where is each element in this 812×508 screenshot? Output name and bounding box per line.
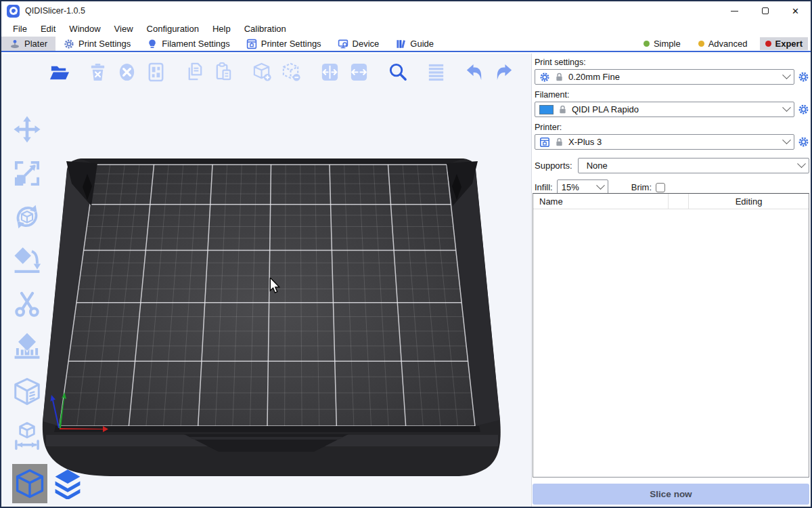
arrange-button[interactable] xyxy=(144,59,167,85)
copy-icon xyxy=(184,62,205,83)
brim-checkbox[interactable] xyxy=(656,183,665,192)
edit-printer-button[interactable] xyxy=(798,136,809,148)
printer-label: Printer: xyxy=(535,123,809,132)
close-button[interactable]: ✕ xyxy=(780,1,811,20)
view-mode-switch xyxy=(12,464,85,503)
brim-label: Brim: xyxy=(631,182,652,192)
scale-icon xyxy=(12,158,43,189)
editor-3d-view-icon xyxy=(14,468,45,499)
print-bed xyxy=(1,54,532,507)
close-icon: ✕ xyxy=(792,7,799,16)
measure-tool-button[interactable] xyxy=(9,418,45,453)
copy-button[interactable] xyxy=(183,59,206,85)
seam-painting-tool-button[interactable] xyxy=(9,374,45,409)
move-icon xyxy=(12,114,43,145)
tab-label: Print Settings xyxy=(78,39,131,49)
tab-label: Filament Settings xyxy=(162,39,229,49)
slice-now-button[interactable]: Slice now xyxy=(533,484,809,505)
mode-dot-icon xyxy=(644,41,650,47)
3d-viewport[interactable] xyxy=(1,54,532,507)
open-folder-icon xyxy=(49,62,70,83)
chevron-down-icon xyxy=(782,70,791,79)
search-button[interactable] xyxy=(386,59,409,85)
filament-label: Filament: xyxy=(535,90,809,100)
print-settings-select[interactable]: 0.20mm Fine xyxy=(535,69,794,85)
open-folder-button[interactable] xyxy=(47,59,70,85)
edit-filament-button[interactable] xyxy=(798,104,809,115)
tab-device[interactable]: Device xyxy=(330,37,388,51)
delete-all-button[interactable] xyxy=(115,59,138,85)
column-header-extruder[interactable] xyxy=(669,194,689,209)
settings-panel: Print settings: 0.20mm Fine Filament: xyxy=(532,54,811,507)
menu-file[interactable]: File xyxy=(7,22,33,36)
chevron-down-icon xyxy=(782,103,791,112)
mode-dot-icon xyxy=(698,41,704,47)
menu-view[interactable]: View xyxy=(108,22,139,36)
rotate-tool-button[interactable] xyxy=(9,199,45,234)
filament-color-swatch xyxy=(539,105,554,114)
add-instance-button[interactable] xyxy=(250,59,273,85)
filament-select[interactable]: QIDI PLA Rapido xyxy=(535,102,794,117)
mode-advanced[interactable]: Advanced xyxy=(693,37,753,50)
split-objects-button[interactable] xyxy=(318,59,341,85)
tab-label: Guide xyxy=(410,39,434,49)
arrange-icon xyxy=(145,62,166,83)
printer-icon xyxy=(246,39,257,49)
tab-printer-settings[interactable]: Printer Settings xyxy=(238,37,330,51)
tab-plater[interactable]: Plater xyxy=(1,37,55,51)
paint-supports-icon xyxy=(12,333,43,364)
menu-configuration[interactable]: Configuration xyxy=(141,22,205,36)
print-settings-icon xyxy=(64,39,74,49)
tab-print-settings[interactable]: Print Settings xyxy=(55,37,139,51)
delete-icon xyxy=(87,62,108,83)
redo-button[interactable] xyxy=(492,59,515,85)
split-parts-icon xyxy=(348,62,369,83)
scale-tool-button[interactable] xyxy=(9,156,45,191)
minimize-button[interactable] xyxy=(719,1,750,20)
tab-label: Plater xyxy=(24,39,47,49)
paint-supports-tool-button[interactable] xyxy=(9,331,45,366)
menu-window[interactable]: Window xyxy=(63,22,106,36)
variable-layer-height-button[interactable] xyxy=(424,59,447,85)
undo-icon xyxy=(464,62,485,83)
column-header-editing[interactable]: Editing xyxy=(689,194,809,209)
maximize-button[interactable] xyxy=(750,1,780,20)
tab-guide[interactable]: Guide xyxy=(387,37,442,51)
chevron-down-icon xyxy=(797,159,806,168)
preview-layers-button[interactable] xyxy=(50,464,85,503)
menu-help[interactable]: Help xyxy=(206,22,237,36)
gear-icon xyxy=(539,72,550,83)
edit-print-settings-button[interactable] xyxy=(798,71,809,83)
supports-select[interactable]: None xyxy=(578,158,809,173)
lock-icon xyxy=(554,72,564,82)
undo-button[interactable] xyxy=(463,59,486,85)
editor-3d-view-button[interactable] xyxy=(12,464,47,503)
mode-simple[interactable]: Simple xyxy=(638,37,686,50)
place-on-face-tool-button[interactable] xyxy=(9,243,45,278)
mode-dot-icon xyxy=(765,41,771,47)
remove-instance-button[interactable] xyxy=(279,59,302,85)
paste-button[interactable] xyxy=(212,59,235,85)
move-tool-button[interactable] xyxy=(9,112,45,147)
infill-label: Infill: xyxy=(535,182,553,192)
remove-instance-icon xyxy=(281,62,302,83)
measure-icon xyxy=(12,420,43,451)
column-header-name[interactable]: Name xyxy=(533,194,669,209)
delete-all-icon xyxy=(116,62,137,83)
cut-icon xyxy=(12,289,43,320)
delete-button[interactable] xyxy=(86,59,109,85)
menu-calibration[interactable]: Calibration xyxy=(238,22,292,36)
split-parts-button[interactable] xyxy=(347,59,370,85)
mode-selector: SimpleAdvancedExpert xyxy=(638,37,811,51)
mode-expert[interactable]: Expert xyxy=(760,37,808,50)
mouse-cursor xyxy=(268,278,281,294)
tab-label: Device xyxy=(353,39,380,49)
minimize-icon xyxy=(731,11,738,12)
redo-icon xyxy=(493,62,514,83)
cut-tool-button[interactable] xyxy=(9,287,45,322)
object-list[interactable]: Name Editing xyxy=(533,193,809,478)
tab-filament-settings[interactable]: Filament Settings xyxy=(139,37,238,51)
tab-bar: Plater Print Settings Filament Settings … xyxy=(1,37,811,52)
printer-select[interactable]: X-Plus 3 xyxy=(535,134,794,150)
menu-edit[interactable]: Edit xyxy=(35,22,62,36)
